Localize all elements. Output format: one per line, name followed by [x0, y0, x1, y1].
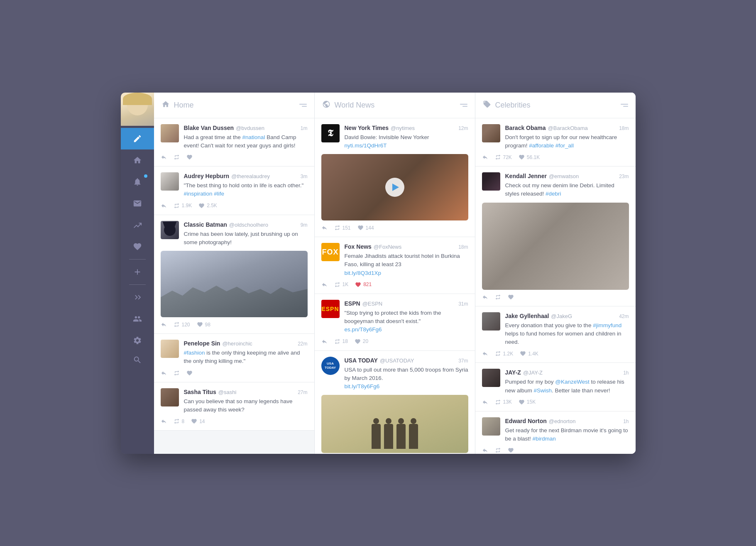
like-action[interactable] [508, 294, 514, 300]
celebrities-column-scroll[interactable]: Barack Obama@BarackObama 18m Don't forge… [475, 118, 636, 454]
usa-link[interactable]: bit.ly/T8y6Fg6 [345, 383, 380, 389]
tweet-meta: Sasha Titus@sashi 27m Can you believe th… [184, 388, 308, 414]
like-action[interactable] [186, 370, 193, 376]
reply-action[interactable] [161, 203, 167, 209]
tweet-time: 1h [623, 370, 629, 376]
reply-action[interactable] [321, 282, 328, 288]
tweet-actions [161, 370, 308, 376]
people-icon [133, 314, 142, 323]
soldier-3 [396, 424, 406, 449]
sidebar-item-home[interactable] [121, 149, 154, 171]
retweet-action[interactable]: 1K [334, 282, 349, 288]
retweet-icon [495, 350, 501, 357]
like-action[interactable]: 20 [355, 338, 368, 345]
sidebar-item-notifications[interactable] [121, 171, 154, 193]
tweet-name-row: Blake Van Dussen@bvdussen 1m [184, 124, 308, 132]
reply-action[interactable] [161, 321, 167, 328]
retweet-action[interactable]: 1.2K [495, 350, 514, 357]
sidebar-item-add[interactable] [121, 261, 154, 283]
tweet-name: Sasha Titus [184, 389, 216, 395]
tweet-name: Edward Norton [505, 418, 547, 424]
retweet-action[interactable]: 72K [495, 154, 512, 160]
like-action[interactable] [508, 447, 514, 453]
tweet-handle: @JakeG [551, 313, 572, 319]
retweet-action[interactable]: 120 [174, 321, 190, 328]
like-action[interactable]: 144 [357, 225, 374, 231]
play-button[interactable] [385, 178, 404, 197]
bowie-video-thumb[interactable] [321, 154, 468, 220]
retweet-action[interactable] [495, 447, 501, 453]
sidebar-item-settings[interactable] [121, 330, 154, 351]
reply-action[interactable] [161, 370, 167, 376]
reply-action[interactable] [482, 447, 488, 453]
like-action[interactable]: 15K [519, 399, 536, 405]
tweet-text: Don't forget to sign up for our new heal… [505, 133, 629, 150]
reply-icon [321, 225, 328, 231]
retweet-action[interactable] [174, 370, 180, 376]
like-action[interactable]: 1.4K [520, 350, 538, 357]
tweet-actions [482, 447, 629, 453]
worldnews-column-scroll[interactable]: 𝕿 New York Times@nytimes 12m David Bowie… [315, 118, 475, 454]
espn-link[interactable]: es.pn/T8y6Fg6 [345, 326, 382, 333]
retweet-action[interactable]: 8 [174, 418, 185, 424]
retweet-action[interactable] [495, 294, 501, 300]
reply-action[interactable] [482, 294, 488, 300]
reply-action[interactable] [321, 225, 328, 231]
blake-avatar [161, 124, 179, 142]
retweet-action[interactable]: 151 [334, 225, 351, 231]
like-action[interactable]: 821 [355, 282, 372, 288]
sidebar-item-compose[interactable] [121, 128, 154, 149]
tweet-time: 18m [619, 125, 629, 131]
user-avatar[interactable] [121, 93, 154, 126]
home-column-menu[interactable] [299, 104, 307, 107]
reply-action[interactable] [482, 399, 488, 405]
tweet-name: Audrey Hepburn [184, 173, 230, 179]
tweet-text: Every donation that you give to the #jim… [505, 321, 629, 347]
sidebar-item-search[interactable] [121, 351, 154, 373]
like-count: 98 [205, 322, 210, 328]
soldier-2 [384, 424, 393, 449]
like-count: 821 [363, 282, 372, 287]
tweet-audrey: Audrey Hepburn@therealaudrey 3m "The bes… [154, 166, 314, 215]
like-action[interactable]: 56.1K [519, 154, 540, 160]
tweet-handle: @emwatson [549, 173, 579, 179]
menu-line [621, 104, 628, 105]
retweet-action[interactable] [174, 154, 180, 160]
sidebar-item-likes[interactable] [121, 236, 154, 257]
reply-action[interactable] [482, 154, 488, 160]
tweet-header: Classic Batman@oldschoolhero 9m Crime ha… [161, 221, 308, 247]
tweet-name-row: ESPN@ESPN 31m [345, 300, 468, 307]
sidebar-item-activity[interactable] [121, 214, 154, 236]
reply-action[interactable] [161, 418, 167, 424]
like-action[interactable] [186, 154, 193, 160]
tweet-nyt: 𝕿 New York Times@nytimes 12m David Bowie… [315, 118, 475, 237]
heart-action-icon [357, 225, 364, 231]
retweet-action[interactable]: 18 [334, 338, 348, 345]
tweet-header: FOX Fox News@FoxNews 18m Female Jihadist… [321, 243, 468, 277]
retweet-action[interactable]: 1.9K [174, 203, 192, 209]
like-action[interactable]: 2.5K [198, 203, 217, 209]
sidebar-item-more[interactable] [121, 286, 154, 308]
reply-icon [161, 154, 167, 160]
column-world-news: World News 𝕿 New York Times@nytimes [315, 93, 475, 454]
tweet-text: Had a great time at the #national Band C… [184, 133, 308, 150]
heart-action-icon [197, 321, 203, 328]
celebrities-column-menu[interactable] [621, 104, 628, 107]
tweet-handle: @nytimes [391, 125, 415, 131]
sidebar-item-people[interactable] [121, 308, 154, 330]
reply-action[interactable] [161, 154, 167, 160]
tweet-text: Pumped for my boy @KanzeWest to release … [505, 378, 629, 395]
reply-action[interactable] [482, 350, 488, 357]
column-home-title: Home [174, 101, 194, 110]
reply-action[interactable] [321, 338, 328, 345]
sidebar-item-messages[interactable] [121, 193, 154, 214]
nyt-link[interactable]: nyti.ms/1QdHr6T [345, 142, 387, 149]
like-action[interactable]: 98 [197, 321, 210, 328]
tweet-meta: Fox News@FoxNews 18m Female Jihadists at… [345, 243, 468, 277]
worldnews-column-menu[interactable] [460, 104, 467, 107]
like-action[interactable]: 14 [191, 418, 205, 424]
retweet-action[interactable]: 13K [495, 399, 512, 405]
fox-link[interactable]: bit.ly/8Q3d1Xp [345, 270, 382, 276]
tweet-header: Penelope Sin@heroinchic 22m #fashion is … [161, 340, 308, 366]
home-column-scroll[interactable]: Blake Van Dussen@bvdussen 1m Had a great… [154, 118, 314, 454]
